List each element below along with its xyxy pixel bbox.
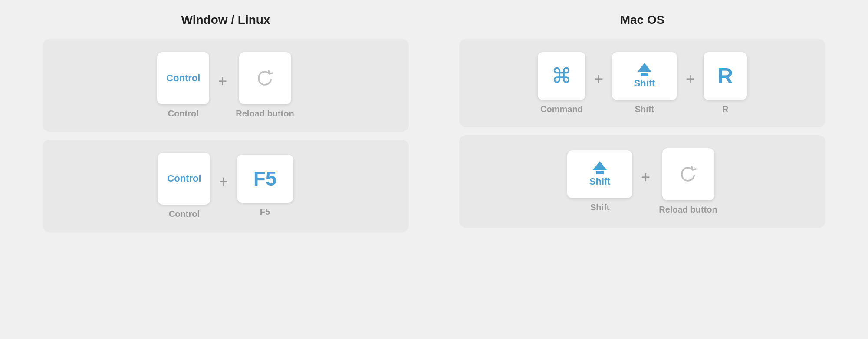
plus-1: + — [218, 72, 227, 90]
f5-group: F5 F5 — [237, 155, 293, 217]
mac-shortcut-1: ⌘ Command + Shift Shift + R — [459, 39, 826, 127]
shift-key-1: Shift — [612, 52, 677, 100]
ctrl-label-2: Control — [167, 173, 201, 184]
shift-label-2: Shift — [589, 176, 611, 187]
reload-group-2: Reload button — [659, 148, 717, 215]
ctrl-caption-1: Control — [168, 109, 199, 119]
shift-caption-2: Shift — [590, 203, 609, 213]
shift-icon-1 — [638, 63, 651, 76]
shift-group-2: Shift Shift — [567, 150, 632, 213]
shift-bar-1 — [641, 73, 648, 76]
ctrl-group-1: Control Control — [157, 52, 209, 119]
reload-key-2 — [662, 148, 714, 200]
shift-label-1: Shift — [634, 78, 655, 89]
cmd-key: ⌘ — [538, 52, 585, 100]
ctrl-label-1: Control — [166, 73, 200, 84]
cmd-caption: Command — [540, 104, 583, 114]
mac-shortcut-2: Shift Shift + Reload button — [459, 135, 826, 228]
plus-2: + — [219, 173, 228, 191]
mac-title: Mac OS — [620, 13, 665, 27]
r-caption: R — [722, 104, 728, 114]
r-group: R R — [704, 52, 747, 114]
shift-bar-2 — [596, 171, 604, 174]
cmd-group: ⌘ Command — [538, 52, 585, 114]
r-key: R — [704, 52, 747, 100]
reload-icon-1 — [253, 66, 277, 90]
windows-shortcut-1: Control Control + Reload button — [43, 39, 409, 132]
reload-key-1 — [239, 52, 291, 104]
f5-label: F5 — [253, 167, 277, 190]
shift-caption-1: Shift — [635, 104, 654, 114]
f5-key: F5 — [237, 155, 293, 203]
shift-arrow-1 — [638, 63, 651, 72]
f5-caption: F5 — [260, 207, 270, 217]
shift-key-2: Shift — [567, 150, 632, 198]
shift-arrow-2 — [593, 161, 607, 170]
plus-5: + — [641, 168, 650, 186]
ctrl-group-2: Control Control — [158, 153, 210, 219]
reload-icon-2 — [676, 163, 700, 186]
windows-shortcut-2: Control Control + F5 F5 — [43, 140, 409, 232]
plus-3: + — [594, 70, 603, 88]
ctrl-key-2: Control — [158, 153, 210, 205]
ctrl-caption-2: Control — [169, 209, 200, 219]
main-layout: Window / Linux Control Control + Reload … — [17, 13, 851, 232]
ctrl-key-1: Control — [157, 52, 209, 104]
reload-caption-2: Reload button — [659, 205, 717, 215]
windows-title: Window / Linux — [181, 13, 270, 27]
plus-4: + — [686, 70, 695, 88]
reload-caption-1: Reload button — [236, 109, 294, 119]
reload-group-1: Reload button — [236, 52, 294, 119]
mac-section: Mac OS ⌘ Command + Shift Shift — [434, 13, 851, 232]
shift-icon-2 — [593, 161, 607, 174]
cmd-icon: ⌘ — [551, 66, 572, 86]
shift-group-1: Shift Shift — [612, 52, 677, 114]
r-label: R — [717, 63, 733, 89]
windows-section: Window / Linux Control Control + Reload … — [17, 13, 434, 232]
